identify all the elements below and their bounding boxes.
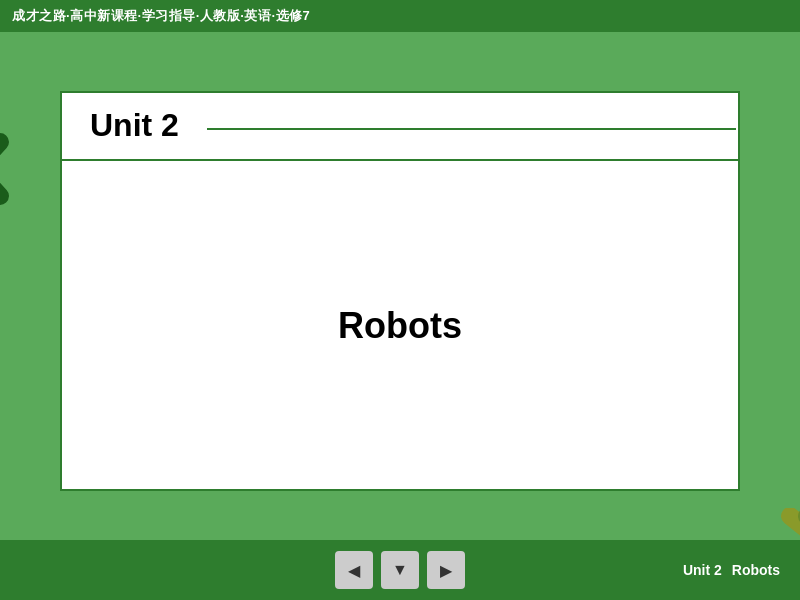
- footer-unit-label: Unit 2: [683, 562, 722, 578]
- next-icon: ▶: [440, 561, 452, 580]
- nav-buttons-group: ◀ ▼ ▶: [335, 551, 465, 589]
- prev-button[interactable]: ◀: [335, 551, 373, 589]
- slide-card: Unit 2 Robots: [60, 91, 740, 491]
- down-icon: ▼: [392, 561, 408, 579]
- footer-label-group: Unit 2 Robots: [683, 562, 780, 578]
- unit-title: Unit 2: [90, 107, 179, 144]
- left-chevrons-decoration: [0, 132, 20, 207]
- topic-title: Robots: [338, 305, 462, 347]
- footer-bar: ◀ ▼ ▶ Unit 2 Robots: [0, 540, 800, 600]
- prev-icon: ◀: [348, 561, 360, 580]
- header-bar: 成才之路·高中新课程·学习指导·人教版·英语·选修7: [0, 0, 800, 32]
- down-button[interactable]: ▼: [381, 551, 419, 589]
- unit-label-area: Unit 2: [60, 91, 740, 161]
- footer-topic-label: Robots: [732, 562, 780, 578]
- main-content: Unit 2 Robots: [0, 32, 800, 540]
- header-title: 成才之路·高中新课程·学习指导·人教版·英语·选修7: [12, 7, 310, 25]
- topic-area: Robots: [62, 163, 738, 489]
- next-button[interactable]: ▶: [427, 551, 465, 589]
- unit-separator-line: [207, 128, 736, 130]
